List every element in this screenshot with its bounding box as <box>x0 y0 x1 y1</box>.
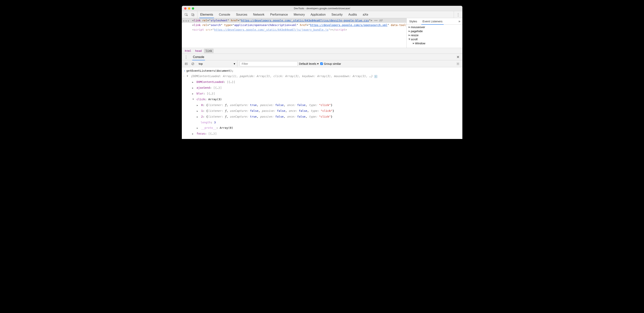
result-blur[interactable]: ▶ blur: [{…}] <box>182 91 462 97</box>
drawer-close-icon[interactable]: ✕ <box>456 55 460 59</box>
disclosure-triangle-icon[interactable]: ▶ <box>192 86 194 90</box>
result-focus[interactable]: ▶ focus: [{…}] <box>182 131 462 137</box>
disclosure-triangle-icon[interactable]: ▶ <box>192 132 194 136</box>
sidebar-tabs: Styles Event Listeners » <box>407 18 462 25</box>
tab-console[interactable]: Console <box>216 11 233 18</box>
expand-ellipsis-icon[interactable]: ••• <box>183 19 190 23</box>
event-mouseover[interactable]: ▶mouseover <box>407 25 462 29</box>
event-scroll[interactable]: ▶scroll <box>407 37 462 41</box>
execution-context-icon[interactable] <box>184 61 189 66</box>
click-item-1[interactable]: ▶ 1: {listener: ƒ, useCapture: false, pa… <box>182 108 462 114</box>
tab-application[interactable]: Application <box>308 11 328 18</box>
window-traffic-lights <box>184 7 194 10</box>
disclosure-triangle-icon[interactable]: ▶ <box>197 103 199 108</box>
console-drawer-header: ⋮ Console ✕ <box>182 54 462 60</box>
disclosure-triangle-icon[interactable]: ▶ <box>185 75 190 77</box>
result-ajaxsend[interactable]: ▶ ajaxSend: [{…}] <box>182 85 462 91</box>
click-item-2[interactable]: ▶ 2: {listener: ƒ, useCapture: true, pas… <box>182 114 462 120</box>
event-scroll-window[interactable]: ▶Window <box>407 41 462 45</box>
disclosure-triangle-icon[interactable]: ▶ <box>197 115 199 119</box>
dom-href-link[interactable]: https://developers.google.com/_static/64… <box>241 19 369 22</box>
tab-network[interactable]: Network <box>250 11 268 18</box>
prompt-chevron-icon: › <box>184 68 186 73</box>
svg-rect-1 <box>192 13 193 15</box>
svg-line-5 <box>192 63 194 64</box>
console-settings-icon[interactable] <box>456 61 460 66</box>
window-minimize-button[interactable] <box>188 7 190 10</box>
log-levels-dropdown[interactable]: Default levels ▾ <box>299 62 319 65</box>
toolbar-left-icons <box>182 11 198 18</box>
devtools-window: DevTools - developers.google.com/web/sho… <box>182 6 462 139</box>
group-similar-input[interactable] <box>320 62 323 65</box>
crumb-link[interactable]: link <box>204 48 214 53</box>
console-filter-input[interactable] <box>240 61 298 66</box>
dom-breadcrumb: html head link <box>182 48 462 54</box>
main-tabs: Elements Console Sources Network Perform… <box>198 11 454 18</box>
tab-memory[interactable]: Memory <box>291 11 308 18</box>
disclosure-triangle-icon[interactable]: ▶ <box>191 99 196 101</box>
tab-performance[interactable]: Performance <box>267 11 291 18</box>
disclosure-triangle-icon[interactable]: ▶ <box>197 109 199 113</box>
disclosure-triangle-icon[interactable]: ▶ <box>197 126 199 130</box>
tab-audits[interactable]: Audits <box>346 11 360 18</box>
console-toolbar: top ▾ Default levels ▾ Group similar <box>182 60 462 67</box>
window-close-button[interactable] <box>184 7 186 10</box>
console-input-line: › getEventListeners(document); <box>182 68 462 73</box>
info-badge-icon[interactable]: i <box>374 75 377 78</box>
click-length: length: 3 <box>182 120 462 125</box>
console-result-summary[interactable]: ‹· ▶ {DOMContentLoaded: Array(1), pagehi… <box>182 73 462 79</box>
toolbar-right: ⋮ <box>454 11 462 18</box>
crumb-html[interactable]: html <box>183 48 193 53</box>
tab-axe[interactable]: aXe <box>360 11 371 18</box>
dom-node-link-search[interactable]: <link rel="search" type="application/ope… <box>182 23 406 27</box>
disclosure-triangle-icon[interactable]: ▶ <box>192 91 194 96</box>
sidebar-more-icon[interactable]: » <box>456 19 462 23</box>
inspect-element-icon[interactable] <box>184 12 189 17</box>
sidebar-tab-styles[interactable]: Styles <box>407 18 420 24</box>
console-command-text: getEventListeners(document); <box>186 69 234 72</box>
drawer-tab-console[interactable]: Console <box>190 54 207 60</box>
svg-point-6 <box>457 63 458 64</box>
device-toolbar-icon[interactable] <box>190 12 195 17</box>
window-title: DevTools - developers.google.com/web/sho… <box>182 7 462 10</box>
sidebar-tab-event-listeners[interactable]: Event Listeners <box>420 18 445 24</box>
event-resize[interactable]: ▶resize <box>407 33 462 37</box>
elements-sidebar: Styles Event Listeners » ▶mouseover ▶pag… <box>406 18 462 48</box>
crumb-head[interactable]: head <box>194 48 203 53</box>
tab-security[interactable]: Security <box>328 11 346 18</box>
main-menu-icon[interactable]: ⋮ <box>456 12 460 17</box>
dom-tree[interactable]: ••• <link rel="stylesheet" href="https:/… <box>182 18 406 48</box>
tab-sources[interactable]: Sources <box>233 11 250 18</box>
clear-console-icon[interactable] <box>190 61 195 66</box>
chevron-down-icon: ▾ <box>234 62 235 65</box>
event-pagehide[interactable]: ▶pagehide <box>407 29 462 33</box>
click-proto[interactable]: ▶ __proto__: Array(0) <box>182 125 462 131</box>
chevron-down-icon: ▾ <box>317 62 319 65</box>
group-similar-checkbox[interactable]: Group similar <box>320 62 341 65</box>
console-output[interactable]: › getEventListeners(document); ‹· ▶ {DOM… <box>182 67 462 139</box>
result-domcontentloaded[interactable]: ▶ DOMContentLoaded: [{…}] <box>182 79 462 85</box>
dom-href-link[interactable]: https://developers.google.com/s/opensear… <box>310 23 388 26</box>
titlebar: DevTools - developers.google.com/web/sho… <box>182 6 462 11</box>
dom-node-script[interactable]: <script src="https://developers.google.c… <box>182 27 406 32</box>
tab-elements[interactable]: Elements <box>198 11 216 18</box>
main-toolbar: Elements Console Sources Network Perform… <box>182 11 462 18</box>
drawer-menu-icon[interactable]: ⋮ <box>184 55 188 59</box>
dom-tag: link <box>194 19 200 22</box>
dom-node-link-stylesheet[interactable]: <link rel="stylesheet" href="https://dev… <box>182 18 406 23</box>
dom-selected-marker: == $0 <box>374 19 382 22</box>
elements-panel: ••• <link rel="stylesheet" href="https:/… <box>182 18 462 48</box>
event-listeners-list: ▶mouseover ▶pagehide ▶resize ▶scroll ▶Wi… <box>407 25 462 46</box>
result-click[interactable]: ▶ click: Array(3) <box>182 97 462 102</box>
context-selector[interactable]: top ▾ <box>197 60 237 67</box>
disclosure-triangle-icon[interactable]: ▶ <box>192 80 194 85</box>
window-maximize-button[interactable] <box>192 7 194 10</box>
click-item-0[interactable]: ▶ 0: {listener: ƒ, useCapture: true, pas… <box>182 102 462 108</box>
